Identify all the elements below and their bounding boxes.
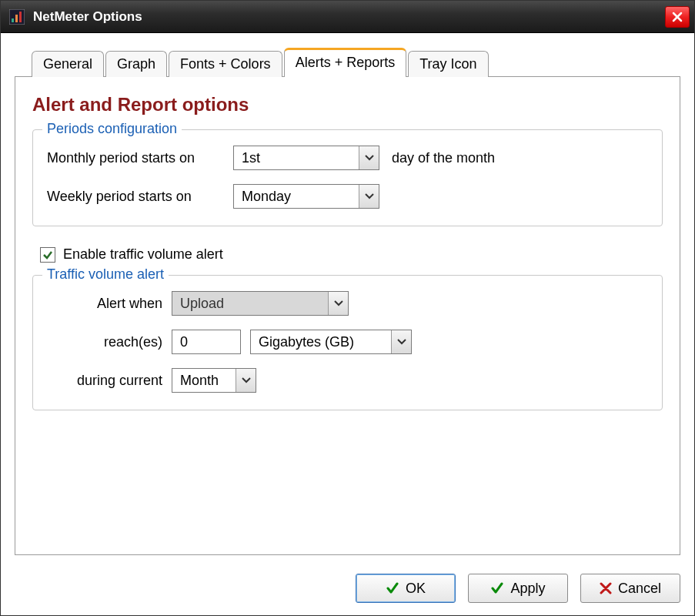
alert-when-label: Alert when — [47, 296, 162, 312]
tab-graph[interactable]: Graph — [105, 51, 167, 77]
tab-tray-icon[interactable]: Tray Icon — [408, 51, 488, 77]
ok-button[interactable]: OK — [356, 574, 456, 603]
tab-content: Alert and Report options Periods configu… — [15, 76, 680, 555]
reaches-row: reach(es) 0 Gigabytes (GB) — [47, 330, 648, 354]
svg-rect-3 — [19, 12, 22, 22]
apply-button[interactable]: Apply — [468, 574, 568, 603]
ok-label: OK — [406, 581, 426, 597]
tabstrip: General Graph Fonts + Colors Alerts + Re… — [15, 47, 680, 76]
x-icon — [600, 582, 612, 594]
svg-rect-1 — [12, 18, 14, 22]
unit-value: Gigabytes (GB) — [251, 330, 391, 353]
traffic-groupbox: Traffic volume alert Alert when Upload r… — [32, 275, 663, 410]
monthly-row: Monthly period starts on 1st day of the … — [47, 146, 648, 170]
tab-general[interactable]: General — [32, 51, 104, 77]
alert-when-value: Upload — [172, 292, 328, 315]
during-value: Month — [172, 369, 236, 392]
button-bar: OK Apply Cancel — [1, 563, 694, 615]
check-icon — [386, 581, 399, 595]
during-row: during current Month — [47, 368, 648, 393]
reaches-value: 0 — [180, 334, 188, 350]
traffic-legend: Traffic volume alert — [42, 266, 169, 283]
weekly-start-value: Monday — [234, 185, 359, 208]
monthly-start-select[interactable]: 1st — [233, 146, 379, 170]
app-icon — [8, 8, 25, 25]
weekly-row: Weekly period starts on Monday — [47, 184, 648, 209]
tab-fonts-colors[interactable]: Fonts + Colors — [169, 51, 282, 77]
chevron-down-icon — [391, 330, 411, 353]
check-icon — [490, 581, 504, 595]
monthly-suffix: day of the month — [392, 150, 495, 166]
close-button[interactable] — [665, 6, 690, 28]
weekly-label: Weekly period starts on — [47, 189, 224, 205]
chevron-down-icon — [359, 146, 379, 169]
periods-legend: Periods configuration — [42, 121, 182, 137]
unit-select[interactable]: Gigabytes (GB) — [250, 330, 412, 354]
monthly-start-value: 1st — [234, 146, 359, 169]
weekly-start-select[interactable]: Monday — [233, 184, 379, 209]
tab-alerts-reports[interactable]: Alerts + Reports — [284, 48, 407, 77]
periods-groupbox: Periods configuration Monthly period sta… — [32, 129, 663, 226]
client-area: General Graph Fonts + Colors Alerts + Re… — [1, 33, 694, 563]
section-title: Alert and Report options — [32, 94, 663, 116]
titlebar: NetMeter Options — [1, 1, 694, 33]
svg-rect-2 — [15, 15, 18, 22]
enable-alert-checkbox[interactable]: Enable traffic volume alert — [40, 246, 663, 263]
chevron-down-icon — [328, 292, 348, 315]
chevron-down-icon — [236, 369, 256, 392]
alert-when-select[interactable]: Upload — [172, 291, 349, 316]
cancel-button[interactable]: Cancel — [580, 574, 680, 603]
window-title: NetMeter Options — [33, 9, 665, 25]
chevron-down-icon — [359, 185, 379, 208]
apply-label: Apply — [510, 581, 545, 597]
check-icon — [42, 249, 53, 260]
checkbox-box — [40, 247, 55, 263]
monthly-label: Monthly period starts on — [47, 150, 224, 166]
reaches-label: reach(es) — [47, 334, 162, 350]
close-icon — [672, 12, 683, 22]
alert-when-row: Alert when Upload — [47, 291, 648, 316]
during-label: during current — [47, 373, 162, 389]
during-select[interactable]: Month — [172, 368, 256, 393]
reaches-input[interactable]: 0 — [172, 330, 241, 354]
enable-alert-label: Enable traffic volume alert — [63, 246, 223, 263]
options-window: NetMeter Options General Graph Fonts + C… — [0, 0, 695, 616]
cancel-label: Cancel — [618, 581, 661, 597]
